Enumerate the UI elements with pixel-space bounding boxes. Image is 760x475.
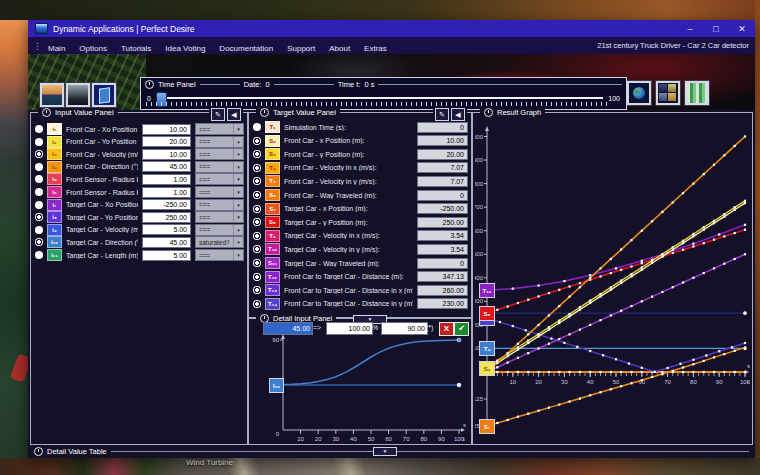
graph-badge[interactable]: S₇ [479, 419, 495, 434]
target-row: T₁₀Target Car - Velocity in y (m/s):3.54 [253, 243, 468, 255]
building-button[interactable] [685, 81, 709, 105]
radio-button[interactable] [253, 191, 261, 199]
svg-text:40: 40 [350, 436, 357, 442]
mode-dropdown[interactable]: ===▾ [195, 136, 244, 148]
value-field[interactable]: 250.00 [142, 212, 191, 223]
menu-item-tutorials[interactable]: Tutorials [121, 44, 151, 53]
radio-button[interactable] [253, 150, 261, 158]
svg-text:700: 700 [475, 204, 484, 210]
arrow-label: => [313, 324, 321, 331]
maximize-button[interactable]: □ [703, 20, 729, 37]
svg-text:10: 10 [297, 436, 304, 442]
collapse-left-button[interactable]: ◀ [227, 108, 241, 121]
param-label: Front Sensor - Radius Right (m): [66, 189, 138, 196]
svg-text:600: 600 [475, 228, 484, 234]
exit-door-button[interactable] [92, 83, 116, 107]
graph-badge[interactable]: S₂ [479, 361, 495, 376]
input-row: i₂Front Car - Yo Position (m):20.00===▾ [35, 136, 244, 148]
value-field[interactable]: 1.00 [142, 174, 191, 185]
radio-button[interactable] [253, 232, 261, 240]
mode-dropdown[interactable]: ===▾ [195, 173, 244, 185]
menu-item-support[interactable]: Support [287, 44, 315, 53]
gallery-button[interactable] [656, 81, 680, 105]
value-field[interactable]: 10.00 [142, 149, 191, 160]
radio-button[interactable] [253, 259, 261, 267]
value-field[interactable]: -250.00 [142, 199, 191, 210]
minimize-button[interactable]: – [677, 20, 703, 37]
radio-button[interactable] [35, 251, 43, 259]
menu-item-options[interactable]: Options [79, 44, 107, 53]
edit-button[interactable]: ✎ [211, 108, 225, 121]
menu-item-main[interactable]: Main [48, 44, 65, 53]
radio-button[interactable] [253, 164, 261, 172]
mode-dropdown[interactable]: ===▾ [195, 161, 244, 173]
value-field[interactable]: 45.00 [142, 161, 191, 172]
radio-button[interactable] [253, 286, 261, 294]
graph-badge[interactable]: T₁₂ [479, 283, 495, 298]
value-field[interactable]: 20.00 [142, 136, 191, 147]
graph-badge[interactable]: T₄ [479, 341, 495, 356]
detail-badge[interactable]: I₁₀ [269, 378, 284, 393]
radio-button[interactable] [35, 125, 43, 133]
radio-button[interactable] [253, 137, 261, 145]
radio-button[interactable] [253, 123, 261, 131]
radio-button[interactable] [35, 175, 43, 183]
radio-button[interactable] [253, 273, 261, 281]
menu-item-idea-voting[interactable]: Idea Voting [165, 44, 205, 53]
radio-button[interactable] [35, 201, 43, 209]
banner-thumb-night[interactable] [66, 83, 90, 107]
edit-button[interactable]: ✎ [435, 108, 449, 121]
mode-value: === [199, 151, 210, 158]
input-row: i₅Front Sensor - Radius Left (m):1.00===… [35, 173, 244, 185]
radio-button[interactable] [253, 177, 261, 185]
mode-dropdown[interactable]: ===▾ [195, 249, 244, 261]
collapse-left-button[interactable]: ◀ [451, 108, 465, 121]
mode-dropdown[interactable]: ===▾ [195, 148, 244, 160]
radio-button[interactable] [35, 213, 43, 221]
svg-text:0: 0 [276, 431, 280, 437]
desktop-icon-label[interactable]: Wind Turbine [186, 458, 233, 467]
radio-button[interactable] [35, 163, 43, 171]
mode-value: === [199, 176, 210, 183]
titlebar[interactable]: Dynamic Applications | Perfect Desire – … [28, 20, 755, 37]
close-button[interactable]: ✕ [729, 20, 755, 37]
collapse-down-button[interactable]: ▼ [373, 447, 397, 456]
svg-text:30: 30 [332, 436, 339, 442]
mode-dropdown[interactable]: saturated?▾ [195, 236, 244, 248]
radio-button[interactable] [35, 150, 43, 158]
radio-button[interactable] [253, 218, 261, 226]
mode-dropdown[interactable]: ===▾ [195, 186, 244, 198]
value-field: 0 [417, 258, 468, 269]
mode-dropdown[interactable]: ===▾ [195, 211, 244, 223]
chevron-down-icon: ▾ [233, 212, 243, 222]
value-field[interactable]: 45.00 [142, 237, 191, 248]
radio-button[interactable] [35, 138, 43, 146]
radio-button[interactable] [253, 205, 261, 213]
menu-item-documentation[interactable]: Documentation [219, 44, 273, 53]
menu-grip-icon[interactable]: ⋮ [33, 41, 42, 51]
mode-dropdown[interactable]: ===▾ [195, 224, 244, 236]
value-field[interactable]: 5.00 [142, 250, 191, 261]
chevron-down-icon: ▾ [233, 200, 243, 210]
earth-button[interactable] [627, 81, 651, 105]
radio-button[interactable] [253, 300, 261, 308]
banner-thumb-sunset[interactable] [40, 83, 64, 107]
param-label: Target Car - Yo Position (m): [66, 214, 138, 221]
radio-button[interactable] [35, 188, 43, 196]
menu-item-extras[interactable]: Extras [364, 44, 387, 53]
value-field[interactable]: 10.00 [142, 124, 191, 135]
value-field[interactable]: 1.00 [142, 187, 191, 198]
graph-badge[interactable]: S₈ [479, 306, 495, 321]
result-chart[interactable]: 1000900800700600500400300200100-125-2501… [475, 125, 750, 442]
mode-dropdown[interactable]: ===▾ [195, 123, 244, 135]
radio-button[interactable] [253, 245, 261, 253]
radio-button[interactable] [35, 238, 43, 246]
value-field[interactable]: 5.00 [142, 224, 191, 235]
detail-value-table-bar: Detail Value Table ▼ [30, 444, 753, 458]
slider-track[interactable] [166, 97, 603, 99]
menu-item-about[interactable]: About [329, 44, 350, 53]
mode-dropdown[interactable]: ===▾ [195, 199, 244, 211]
target-row: S₂Front Car - x Position (m):10.00 [253, 135, 468, 147]
param-label: Target Car - x Position (m): [284, 205, 413, 212]
radio-button[interactable] [35, 226, 43, 234]
